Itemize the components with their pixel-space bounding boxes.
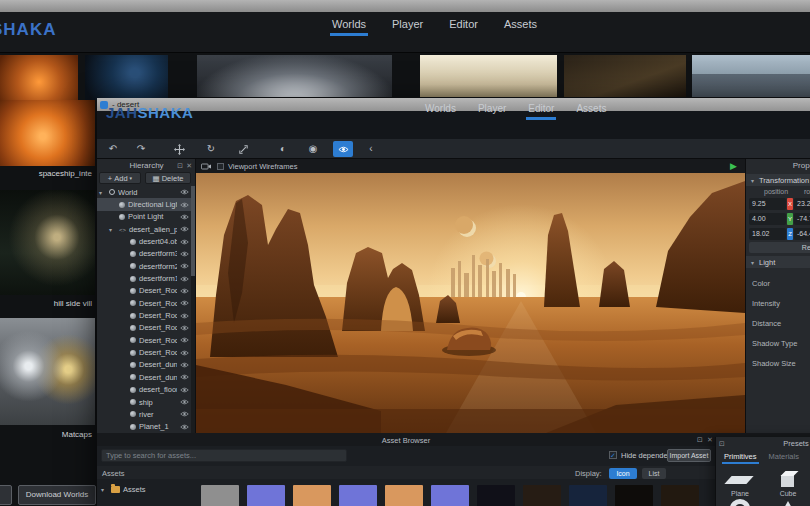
tab-materials[interactable]: Materials xyxy=(769,452,799,464)
viewport-3d-scene[interactable] xyxy=(196,173,745,433)
hide-dependencies-checkbox[interactable]: ✓ xyxy=(609,451,617,459)
collapse-chevron-icon[interactable]: ‹ xyxy=(361,141,381,157)
primitive-item[interactable]: Plane xyxy=(716,468,764,497)
visibility-eye-icon[interactable] xyxy=(180,399,189,405)
visibility-eye-icon[interactable] xyxy=(180,362,189,368)
asset-thumbnail[interactable] xyxy=(339,485,377,506)
asset-thumbnail[interactable] xyxy=(431,485,469,506)
popout-icon[interactable]: ⊡ xyxy=(697,436,703,443)
hierarchy-row[interactable]: ▾ World xyxy=(97,186,192,198)
hierarchy-row[interactable]: ▾ Point Light xyxy=(97,211,192,223)
hierarchy-row[interactable]: ▾ Desert_dune1 xyxy=(97,371,192,383)
import-asset-button[interactable]: Import Asset xyxy=(667,449,711,462)
light-section-header[interactable]: ▾ Light xyxy=(746,256,810,268)
popout-icon[interactable]: ⊡ xyxy=(177,162,183,169)
world-thumbnail[interactable] xyxy=(0,55,78,100)
world-thumbnail-spaceship[interactable] xyxy=(0,100,95,166)
preset-cone-icon[interactable] xyxy=(779,501,797,506)
hierarchy-scrollbar-thumb[interactable] xyxy=(191,186,195,276)
download-worlds-button[interactable]: Download Worlds xyxy=(18,485,96,505)
visibility-eye-icon[interactable] xyxy=(180,337,189,343)
hierarchy-row[interactable]: ▾ desertform2 xyxy=(97,260,192,272)
transformation-section-header[interactable]: ▾ Transformation xyxy=(746,174,810,186)
position-x-field[interactable]: 9.25 xyxy=(749,198,786,210)
asset-thumbnail[interactable] xyxy=(477,485,515,506)
close-icon[interactable]: ✕ xyxy=(707,436,713,443)
local-space-icon[interactable]: ◉ xyxy=(303,141,323,157)
global-space-icon[interactable]: ◐ xyxy=(273,141,293,157)
hierarchy-row[interactable]: ▾ Desert_Rock1.1 xyxy=(97,297,192,309)
hierarchy-row[interactable]: ▾ river xyxy=(97,408,192,420)
assets-folder-item[interactable]: ▾ Assets xyxy=(101,485,146,494)
rotation-y-field[interactable]: -74.7 xyxy=(794,213,810,225)
tab-editor[interactable]: Editor xyxy=(449,18,478,36)
display-list-toggle[interactable]: List xyxy=(642,468,666,479)
visibility-eye-icon[interactable] xyxy=(180,288,189,294)
tab-editor[interactable]: Editor xyxy=(528,103,554,120)
position-y-field[interactable]: 4.00 xyxy=(749,213,786,225)
delete-object-button[interactable]: ▦Delete xyxy=(145,172,191,184)
translate-icon[interactable] xyxy=(169,141,189,157)
hierarchy-row[interactable]: ▾ Desert_Rock5 xyxy=(97,309,192,321)
close-icon[interactable]: ✕ xyxy=(186,162,192,169)
display-icon-toggle[interactable]: Icon xyxy=(609,468,637,479)
hierarchy-row[interactable]: ▾ Directional Light xyxy=(97,198,192,210)
add-object-button[interactable]: +Add▾ xyxy=(99,172,141,184)
primitive-item[interactable]: Cube xyxy=(764,468,810,497)
rotation-z-field[interactable]: -64.4 xyxy=(794,228,810,240)
world-thumbnail-village[interactable] xyxy=(0,190,95,295)
world-thumbnail[interactable] xyxy=(692,55,810,97)
visibility-eye-icon[interactable] xyxy=(180,276,189,282)
visibility-eye-icon[interactable] xyxy=(180,374,189,380)
visibility-eye-icon[interactable] xyxy=(180,189,189,195)
visibility-eye-icon[interactable] xyxy=(180,202,189,208)
asset-search-input[interactable] xyxy=(101,449,347,462)
undo-icon[interactable]: ↶ xyxy=(103,141,123,157)
visibility-eye-icon[interactable] xyxy=(180,226,189,232)
visibility-eye-icon[interactable] xyxy=(180,300,189,306)
redo-icon[interactable]: ↷ xyxy=(131,141,151,157)
back-window-titlebar[interactable] xyxy=(0,0,810,12)
hierarchy-row[interactable]: ▾ Desert_Rock3 xyxy=(97,334,192,346)
position-z-field[interactable]: 18.02 xyxy=(749,228,786,240)
hierarchy-row[interactable]: ▾ Desert_Rock4 xyxy=(97,322,192,334)
tab-assets[interactable]: Assets xyxy=(504,18,537,36)
hierarchy-row[interactable]: ▾ ship xyxy=(97,396,192,408)
tab-primitives[interactable]: Primitives xyxy=(724,452,757,464)
hierarchy-row[interactable]: ▾ Planet_1 xyxy=(97,421,192,433)
tab-worlds[interactable]: Worlds xyxy=(425,103,456,120)
visibility-eye-icon[interactable] xyxy=(333,141,353,157)
expander-caret-icon[interactable]: ▾ xyxy=(99,189,106,196)
rotation-x-field[interactable]: 23.24 xyxy=(794,198,810,210)
expander-caret-icon[interactable]: ▾ xyxy=(109,226,116,233)
hierarchy-row[interactable]: ▾ desert_alien_planet xyxy=(97,223,192,235)
visibility-eye-icon[interactable] xyxy=(180,313,189,319)
visibility-eye-icon[interactable] xyxy=(180,239,189,245)
asset-thumbnail[interactable] xyxy=(385,485,423,506)
visibility-eye-icon[interactable] xyxy=(180,251,189,257)
hierarchy-row[interactable]: ▾ desert_floor xyxy=(97,384,192,396)
asset-thumbnail[interactable] xyxy=(201,485,239,506)
load-world-button[interactable]: Load World xyxy=(0,485,12,505)
tab-player[interactable]: Player xyxy=(478,103,506,120)
reset-button[interactable]: Reset xyxy=(749,242,810,253)
asset-thumbnail[interactable] xyxy=(569,485,607,506)
tab-player[interactable]: Player xyxy=(392,18,423,36)
world-thumbnail[interactable] xyxy=(420,55,557,97)
hierarchy-row[interactable]: ▾ desertform1 xyxy=(97,272,192,284)
scale-icon[interactable] xyxy=(233,141,253,157)
visibility-eye-icon[interactable] xyxy=(180,325,189,331)
hierarchy-row[interactable]: ▾ desertform3 xyxy=(97,248,192,260)
visibility-eye-icon[interactable] xyxy=(180,411,189,417)
tab-worlds[interactable]: Worlds xyxy=(332,18,366,36)
visibility-eye-icon[interactable] xyxy=(180,350,189,356)
hierarchy-row[interactable]: ▾ Desert_Rock2 xyxy=(97,346,192,358)
world-thumbnail[interactable] xyxy=(85,55,168,100)
world-thumbnail[interactable] xyxy=(197,55,392,97)
world-thumbnail[interactable] xyxy=(564,55,686,97)
visibility-eye-icon[interactable] xyxy=(180,424,189,430)
play-icon[interactable]: ▶ xyxy=(730,162,737,171)
visibility-eye-icon[interactable] xyxy=(180,263,189,269)
wireframes-checkbox[interactable] xyxy=(217,163,224,170)
asset-thumbnail[interactable] xyxy=(247,485,285,506)
